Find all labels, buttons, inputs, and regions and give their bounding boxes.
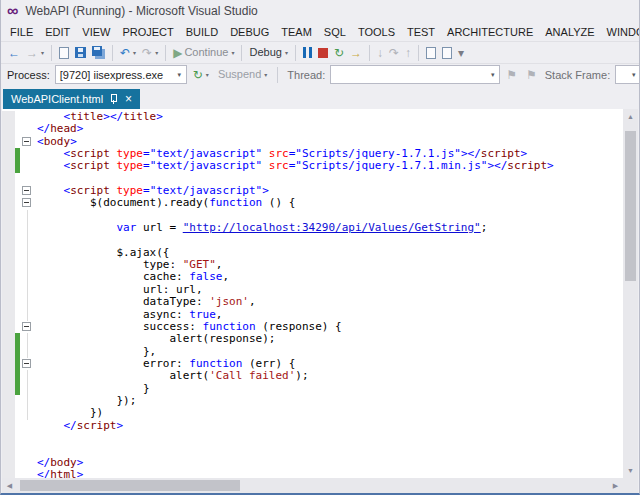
solution-explorer-icon[interactable] xyxy=(423,45,439,61)
menu-sql[interactable]: SQL xyxy=(318,24,352,40)
chevron-down-icon[interactable]: ▾ xyxy=(627,71,640,79)
collapse-region-icon[interactable] xyxy=(22,186,31,195)
scroll-right-arrow-icon[interactable]: ▶ xyxy=(608,478,623,493)
chevron-down-icon[interactable]: ▾ xyxy=(486,71,499,79)
stop-debugging-icon[interactable] xyxy=(315,46,331,60)
redo-icon[interactable]: ↷▾ xyxy=(139,45,161,61)
breakpoint-margin[interactable] xyxy=(2,370,15,382)
breakpoint-margin[interactable] xyxy=(2,383,15,395)
collapse-region-icon[interactable] xyxy=(22,137,31,146)
breakpoint-margin[interactable] xyxy=(2,457,15,469)
vertical-scrollbar[interactable]: ▲ ▼ xyxy=(623,109,638,478)
navigate-forward-icon[interactable]: →▾ xyxy=(23,45,47,61)
menu-architecture[interactable]: ARCHITECTURE xyxy=(441,24,539,40)
solution-configurations-dropdown[interactable]: Debug▾ xyxy=(246,45,290,60)
show-threads-flag-icon[interactable]: ⚑ xyxy=(503,67,520,83)
menu-project[interactable]: PROJECT xyxy=(116,24,179,40)
breakpoint-margin[interactable] xyxy=(2,309,15,321)
breakpoint-margin[interactable] xyxy=(2,160,15,172)
collapse-region-icon[interactable] xyxy=(22,322,31,331)
menu-test[interactable]: TEST xyxy=(401,24,441,40)
breakpoint-margin[interactable] xyxy=(2,185,15,197)
step-over-icon[interactable]: ↷ xyxy=(386,45,402,61)
breakpoint-margin[interactable] xyxy=(2,123,15,135)
properties-window-icon[interactable] xyxy=(439,45,455,61)
code-line[interactable]: var url = "http://localhost:34290/api/Va… xyxy=(2,222,623,234)
breakpoint-margin[interactable] xyxy=(2,296,15,308)
breakpoint-margin[interactable] xyxy=(2,284,15,296)
breakpoint-margin[interactable] xyxy=(2,148,15,160)
code-line[interactable]: </script> xyxy=(2,420,623,432)
menu-debug[interactable]: DEBUG xyxy=(224,24,275,40)
breakpoint-margin[interactable] xyxy=(2,321,15,333)
continue-button[interactable]: ▶Continue▾ xyxy=(170,45,237,61)
breakpoint-margin[interactable] xyxy=(2,420,15,432)
save-all-icon[interactable] xyxy=(89,44,108,61)
code-line[interactable] xyxy=(2,444,623,456)
breakpoint-margin[interactable] xyxy=(2,111,15,123)
show-next-statement-icon[interactable]: → xyxy=(347,45,365,61)
code-line[interactable]: <script type="text/javascript" src="Scri… xyxy=(2,160,623,172)
step-out-icon[interactable]: ↑ xyxy=(402,45,414,61)
code-line[interactable]: </html> xyxy=(2,469,623,478)
vertical-scroll-thumb[interactable] xyxy=(625,131,636,281)
collapse-region-icon[interactable] xyxy=(22,359,31,368)
breakpoint-margin[interactable] xyxy=(2,333,15,345)
breakpoint-margin[interactable] xyxy=(2,432,15,444)
restart-icon[interactable]: ↻ xyxy=(331,45,347,61)
breakpoint-margin[interactable] xyxy=(2,346,15,358)
breakpoint-margin[interactable] xyxy=(2,197,15,209)
breakpoint-margin[interactable] xyxy=(2,395,15,407)
flag-filter-icon[interactable]: ⚑ xyxy=(523,67,540,83)
collapse-region-icon[interactable] xyxy=(22,198,31,207)
menu-file[interactable]: FILE xyxy=(4,24,39,40)
close-icon[interactable]: × xyxy=(124,93,133,105)
breakpoint-margin[interactable] xyxy=(2,407,15,419)
pin-icon[interactable] xyxy=(109,93,118,105)
menu-tools[interactable]: TOOLS xyxy=(352,24,401,40)
horizontal-scroll-thumb[interactable] xyxy=(20,480,240,491)
tab-webapiclient-html[interactable]: WebAPIClient.html × xyxy=(3,89,140,109)
breakpoint-margin[interactable] xyxy=(2,136,15,148)
save-icon[interactable] xyxy=(72,45,89,60)
menu-view[interactable]: VIEW xyxy=(76,24,116,40)
breakpoint-margin[interactable] xyxy=(2,259,15,271)
undo-icon[interactable]: ↶▾ xyxy=(117,45,139,61)
horizontal-scrollbar[interactable]: ◀ ▶ xyxy=(2,478,623,493)
breakpoint-margin[interactable] xyxy=(2,469,15,478)
menu-build[interactable]: BUILD xyxy=(180,24,224,40)
process-combobox[interactable]: [9720] iisexpress.exe▾ xyxy=(55,65,187,84)
menu-team[interactable]: TEAM xyxy=(275,24,318,40)
code-line[interactable]: <title></title> xyxy=(2,111,623,123)
scroll-down-arrow-icon[interactable]: ▼ xyxy=(623,463,638,478)
menu-analyze[interactable]: ANALYZE xyxy=(539,24,600,40)
toolbar-options-caret[interactable]: ▾ xyxy=(455,45,467,61)
code-line[interactable]: </body> xyxy=(2,457,623,469)
menu-edit[interactable]: EDIT xyxy=(39,24,76,40)
code-line[interactable]: </head> xyxy=(2,123,623,135)
code-lines[interactable]: <title></title></head><body> <script typ… xyxy=(2,109,623,478)
breakpoint-margin[interactable] xyxy=(2,271,15,283)
breakpoint-margin[interactable] xyxy=(2,358,15,370)
suspend-dropdown[interactable]: Suspend▾ xyxy=(215,67,270,82)
code-line[interactable]: $(document).ready(function () { xyxy=(2,197,623,209)
breakpoint-margin[interactable] xyxy=(2,210,15,222)
process-lifecycle-icon[interactable]: ↻▾ xyxy=(190,67,212,83)
navigate-back-icon[interactable]: ← xyxy=(5,45,23,61)
breakpoint-margin[interactable] xyxy=(2,173,15,185)
menu-window[interactable]: WINDOW xyxy=(601,24,640,40)
scroll-left-arrow-icon[interactable]: ◀ xyxy=(2,478,17,493)
breakpoint-margin[interactable] xyxy=(2,247,15,259)
stack-frame-combobox[interactable]: ▾ xyxy=(615,65,640,84)
breakpoint-margin[interactable] xyxy=(2,222,15,234)
scroll-up-arrow-icon[interactable]: ▲ xyxy=(623,109,638,124)
breakpoint-margin[interactable] xyxy=(2,444,15,456)
code-line[interactable] xyxy=(2,432,623,444)
stack-frame-label: Stack Frame: xyxy=(543,69,612,81)
new-file-icon[interactable] xyxy=(56,45,72,61)
breakpoint-margin[interactable] xyxy=(2,234,15,246)
chevron-down-icon[interactable]: ▾ xyxy=(173,71,186,79)
step-into-icon[interactable]: ↓ xyxy=(374,45,386,61)
thread-combobox[interactable]: ▾ xyxy=(330,65,500,84)
break-all-icon[interactable] xyxy=(300,45,315,60)
